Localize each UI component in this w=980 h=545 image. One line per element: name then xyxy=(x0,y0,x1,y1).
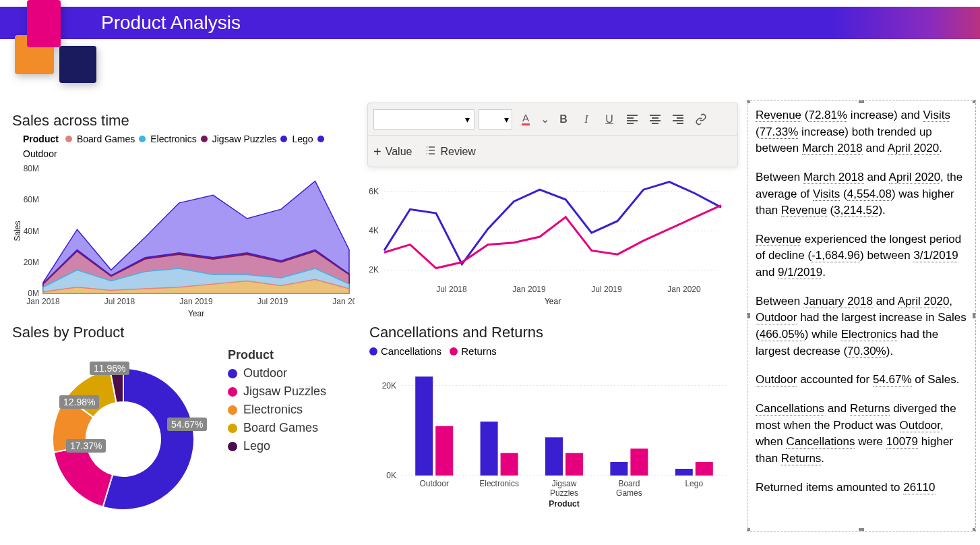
narrative-line: Revenue (72.81% increase) and Visits (77… xyxy=(756,107,967,157)
svg-rect-32 xyxy=(435,426,453,476)
cancellations-returns-chart[interactable]: Cancellations and Returns Cancellations … xyxy=(369,324,733,525)
slice-label: 11.96% xyxy=(90,362,129,375)
chart-legend: Product Outdoor Jigsaw Puzzles Electroni… xyxy=(228,348,326,457)
svg-text:Outdoor: Outdoor xyxy=(420,479,449,488)
font-color-chevron-icon[interactable]: ⌄ xyxy=(539,113,550,125)
svg-text:Jul 2018: Jul 2018 xyxy=(104,297,135,306)
resize-handle[interactable] xyxy=(747,528,750,532)
resize-handle[interactable] xyxy=(973,528,976,532)
title-bar: Product Analysis xyxy=(0,7,980,39)
resize-handle[interactable] xyxy=(859,100,864,103)
resize-handle[interactable] xyxy=(973,100,976,103)
chart-title: Cancellations and Returns xyxy=(369,324,733,341)
svg-text:Year: Year xyxy=(545,297,561,306)
svg-text:20M: 20M xyxy=(24,258,39,267)
svg-text:40M: 40M xyxy=(24,227,39,236)
svg-text:Electronics: Electronics xyxy=(479,479,519,488)
svg-text:6K: 6K xyxy=(369,187,379,196)
chart-legend: Cancellations Returns xyxy=(369,345,733,357)
svg-text:Jan 2018: Jan 2018 xyxy=(26,297,60,306)
bold-button[interactable]: B xyxy=(554,110,573,129)
svg-text:0K: 0K xyxy=(386,471,396,480)
page-title: Product Analysis xyxy=(101,12,241,34)
smart-narrative-textbox[interactable]: ⋯ Revenue (72.81% increase) and Visits (… xyxy=(747,100,976,532)
svg-text:Lego: Lego xyxy=(685,479,703,488)
align-right-button[interactable] xyxy=(669,110,687,129)
svg-text:80M: 80M xyxy=(24,164,39,173)
svg-rect-46 xyxy=(696,462,713,476)
svg-text:Jul 2019: Jul 2019 xyxy=(591,285,622,294)
font-color-button[interactable]: A xyxy=(516,110,535,129)
insert-value-button[interactable]: + Value xyxy=(373,144,412,160)
resize-handle[interactable] xyxy=(859,528,864,532)
svg-text:Jul 2019: Jul 2019 xyxy=(257,297,288,306)
narrative-line: Cancellations and Returns diverged the m… xyxy=(756,401,967,467)
svg-rect-42 xyxy=(630,449,648,476)
donut: 11.96% 12.98% 17.37% 54.67% xyxy=(12,348,208,530)
svg-rect-34 xyxy=(481,422,498,476)
review-button[interactable]: Review xyxy=(425,145,475,159)
svg-text:20K: 20K xyxy=(382,381,396,391)
svg-rect-38 xyxy=(565,453,583,476)
svg-text:Board: Board xyxy=(618,479,640,488)
resize-handle[interactable] xyxy=(973,313,976,318)
svg-rect-35 xyxy=(501,453,518,476)
logo xyxy=(7,0,94,86)
sales-by-product-chart[interactable]: Sales by Product 11.96% 12.98% 17.37% 54… xyxy=(12,324,356,530)
slice-label: 54.67% xyxy=(167,418,207,431)
svg-rect-45 xyxy=(675,469,693,476)
svg-text:Jan 2020: Jan 2020 xyxy=(667,285,701,294)
italic-button[interactable]: I xyxy=(577,110,596,129)
font-size-select[interactable]: ▾ xyxy=(479,109,512,130)
svg-text:4K: 4K xyxy=(369,226,379,235)
font-family-select[interactable]: ▾ xyxy=(373,109,474,130)
resize-handle[interactable] xyxy=(747,313,750,318)
svg-text:Jigsaw: Jigsaw xyxy=(552,479,577,488)
svg-text:Jan 2020: Jan 2020 xyxy=(332,297,355,306)
list-icon xyxy=(425,145,436,159)
svg-text:Jan 2019: Jan 2019 xyxy=(179,297,213,306)
svg-text:Jan 2019: Jan 2019 xyxy=(512,285,546,294)
svg-rect-31 xyxy=(415,376,433,476)
narrative-line: Returned items amounted to 26110 xyxy=(756,480,967,496)
link-button[interactable] xyxy=(692,110,710,129)
svg-text:Jul 2018: Jul 2018 xyxy=(436,285,467,294)
chart-legend: Product Board Games Electronics Jigsaw P… xyxy=(23,134,355,159)
text-format-toolbar: ▾ ▾ A ⌄ B I U + Value Review xyxy=(367,103,738,167)
slice-label: 12.98% xyxy=(59,395,99,409)
svg-text:2K: 2K xyxy=(369,265,379,275)
svg-text:60M: 60M xyxy=(24,195,39,204)
narrative-line: Outdoor accounted for 54.67% of Sales. xyxy=(756,372,967,389)
svg-text:Year: Year xyxy=(188,309,204,318)
narrative-line: Revenue experienced the longest period o… xyxy=(756,231,967,281)
narrative-line: Between March 2018 and April 2020, the a… xyxy=(756,169,967,219)
svg-text:Games: Games xyxy=(616,488,642,498)
svg-rect-41 xyxy=(610,462,627,476)
svg-text:Product: Product xyxy=(549,499,579,509)
svg-text:Puzzles: Puzzles xyxy=(550,488,578,498)
review-label: Review xyxy=(440,146,475,158)
align-left-button[interactable] xyxy=(623,110,642,129)
underline-button[interactable]: U xyxy=(600,110,619,129)
plus-icon: + xyxy=(373,144,381,160)
resize-handle[interactable] xyxy=(747,100,750,103)
value-label: Value xyxy=(386,146,412,158)
narrative-line: Between January 2018 and April 2020, Out… xyxy=(756,293,967,360)
chart-title: Sales by Product xyxy=(12,324,356,341)
chart-title: Sales across time xyxy=(12,112,355,130)
align-center-button[interactable] xyxy=(646,110,665,129)
slice-label: 17.37% xyxy=(66,439,106,453)
sales-across-time-chart[interactable]: Sales across time Product Board Games El… xyxy=(12,112,355,323)
svg-rect-37 xyxy=(545,437,563,476)
svg-text:Sales: Sales xyxy=(13,221,22,241)
revenue-visits-chart[interactable]: 2K4K6KJul 2018Jan 2019Jul 2019Jan 2020Ye… xyxy=(357,169,728,310)
